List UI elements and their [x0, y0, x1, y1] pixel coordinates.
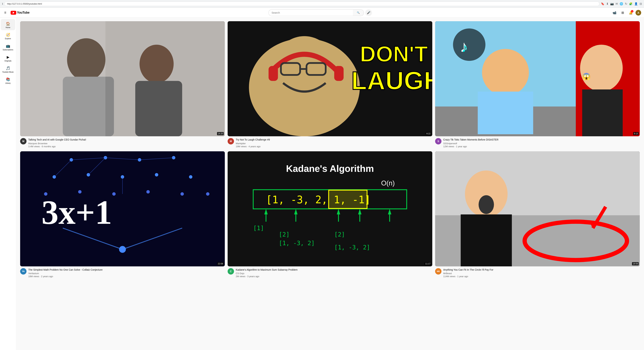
- sidebar-item-library[interactable]: 📚 Library: [1, 75, 15, 86]
- extension-icon[interactable]: 🧩: [629, 2, 632, 6]
- youtube-logo[interactable]: YouTube: [10, 11, 30, 15]
- svg-text:LAUGH: LAUGH: [351, 66, 432, 95]
- video-channel-5: CS Dojo: [236, 272, 432, 275]
- video-card-3[interactable]: ♪ ♪ 😱 9:13 S Crazy Tik Toks Taken Moment…: [435, 21, 640, 148]
- svg-text:♪: ♪: [462, 40, 468, 54]
- sidebar-item-home[interactable]: 🏠 Home: [1, 19, 15, 30]
- video-card-5[interactable]: Kadane's Algorithm O(n) [1, -3, 2, 1, -1…: [228, 151, 432, 278]
- notifications-button[interactable]: 🔔 1: [628, 9, 634, 16]
- search-icon: 🔍: [357, 11, 360, 14]
- sidebar-item-youtube-music[interactable]: 🎵 Youtube Music: [1, 64, 15, 75]
- header-left: ☰ YouTube: [3, 10, 30, 16]
- sidebar-label-originals: Originals: [4, 60, 11, 62]
- video-details-4: The Simplest Math Problem No One Can Sol…: [28, 268, 225, 278]
- header-center: 🔍 🎤: [32, 9, 608, 16]
- library-icon: 📚: [6, 77, 10, 82]
- svg-rect-78: [461, 214, 512, 266]
- address-bar[interactable]: http://127.0.0.1:5500/youtube.html: [4, 2, 600, 6]
- explore-icon: 🧭: [6, 33, 10, 37]
- video-channel-6: MrBeast: [443, 272, 640, 275]
- sidebar-item-originals[interactable]: ▶ Originals: [1, 52, 15, 64]
- header: ☰ YouTube 🔍 🎤 📹 ⊞: [0, 8, 644, 18]
- video-channel-3: SSSniperwolf: [443, 142, 640, 145]
- svg-point-37: [189, 175, 192, 178]
- video-meta-5: 2M views · 3 years ago: [236, 275, 432, 278]
- header-right: 📹 ⊞ 🔔 1 A: [611, 9, 641, 16]
- svg-rect-11: [334, 66, 344, 81]
- video-title-6: Anything You Can Fit In The Circle I'll …: [443, 268, 640, 271]
- video-meta-4: 18M views · 2 years ago: [28, 275, 225, 278]
- sidebar-item-explore[interactable]: 🧭 Explore: [1, 30, 15, 41]
- notification-badge: 1: [631, 10, 634, 12]
- video-title-3: Crazy Tik Toks Taken Moments Before DISA…: [443, 138, 640, 141]
- svg-point-9: [272, 36, 336, 104]
- originals-icon: ▶: [7, 55, 9, 59]
- svg-text:[1, -3, 2]: [1, -3, 2]: [334, 244, 370, 251]
- video-card-2[interactable]: DON'T LAUGH 8:22 M Try Not To Laugh Chal…: [228, 21, 432, 148]
- hamburger-button[interactable]: ☰: [3, 10, 8, 16]
- svg-rect-5: [135, 81, 182, 136]
- search-input[interactable]: [268, 9, 353, 16]
- sidebar-label-library: Library: [5, 82, 11, 84]
- svg-rect-10: [269, 66, 278, 81]
- sidebar-label-subscriptions: Subscriptions: [3, 49, 13, 51]
- video-details-1: Talking Tech and AI with Google CEO Sund…: [28, 138, 225, 148]
- svg-point-4: [140, 45, 174, 83]
- video-info-1: M Talking Tech and AI with Google CEO Su…: [20, 138, 225, 148]
- video-meta-3: 12M views · 1 year ago: [443, 145, 640, 148]
- video-duration-3: 9:13: [633, 132, 639, 135]
- svg-text:[2]: [2]: [334, 231, 345, 238]
- avatar[interactable]: A: [636, 10, 641, 16]
- apps-icon: ⊞: [622, 11, 624, 15]
- sync-icon[interactable]: ↻: [625, 2, 627, 6]
- sidebar-item-subscriptions[interactable]: 📺 Subscriptions: [1, 41, 15, 52]
- video-details-6: Anything You Can Fit In The Circle I'll …: [443, 268, 640, 278]
- search-button[interactable]: 🔍: [353, 9, 364, 16]
- mail-icon[interactable]: ✉: [616, 2, 618, 6]
- video-card-4[interactable]: 3x+1 22:09 Ve The Simplest Math Problem …: [20, 151, 225, 278]
- svg-text:[1, -3, 2]: [1, -3, 2]: [279, 240, 315, 246]
- video-thumbnail-4: 3x+1 22:09: [20, 151, 225, 266]
- sidebar-label-home: Home: [6, 26, 10, 28]
- hamburger-icon: ☰: [4, 11, 6, 14]
- camera-icon[interactable]: 📷: [610, 2, 614, 6]
- sidebar-label-music: Youtube Music: [2, 71, 14, 73]
- create-button[interactable]: 📹: [611, 9, 618, 16]
- apps-button[interactable]: ⊞: [619, 9, 626, 16]
- create-icon: 📹: [612, 11, 616, 15]
- bookmark-icon[interactable]: 🔖: [601, 2, 604, 6]
- sidebar-toggle-icon[interactable]: ⊟: [640, 2, 642, 6]
- video-thumbnail-3: ♪ ♪ 😱 9:13: [435, 21, 640, 136]
- svg-text:DON'T: DON'T: [360, 42, 428, 66]
- svg-rect-6: [20, 21, 106, 136]
- profile-icon[interactable]: 👤: [634, 2, 638, 6]
- video-thumbnail-6: 19:59: [435, 151, 640, 266]
- channel-avatar-4: Ve: [20, 268, 26, 274]
- video-card-1[interactable]: 14:20 M Talking Tech and AI with Google …: [20, 21, 225, 148]
- svg-point-22: [580, 45, 622, 92]
- svg-point-43: [206, 192, 210, 196]
- video-card-6[interactable]: 19:59 MB Anything You Can Fit In The Cir…: [435, 151, 640, 278]
- mic-icon: 🎤: [367, 11, 370, 14]
- youtube-app: ☰ YouTube 🔍 🎤 📹 ⊞: [0, 8, 644, 350]
- globe-icon[interactable]: 🌐: [620, 2, 623, 6]
- channel-avatar-6: MB: [435, 268, 442, 274]
- video-meta-1: 3.4M views · 6 months ago: [28, 145, 225, 148]
- mic-button[interactable]: 🎤: [365, 9, 372, 16]
- svg-point-39: [78, 190, 82, 194]
- content-area: 14:20 M Talking Tech and AI with Google …: [16, 18, 644, 350]
- svg-text:[1]: [1]: [253, 225, 264, 232]
- video-meta-2: 19M views · 4 years ago: [236, 145, 432, 148]
- video-duration-5: 11:17: [424, 262, 431, 265]
- sidebar: 🏠 Home 🧭 Explore 📺 Subscriptions ▶ Origi…: [0, 18, 16, 350]
- sidebar-label-explore: Explore: [5, 38, 11, 40]
- svg-rect-59: [329, 190, 367, 208]
- channel-avatar-3: S: [435, 138, 442, 144]
- download-icon[interactable]: ⬇: [606, 2, 608, 6]
- youtube-logo-text: YouTube: [17, 11, 30, 14]
- search-form: 🔍: [268, 9, 364, 16]
- video-info-2: M Try Not To Laugh Challenge #9 Markipli…: [228, 138, 432, 148]
- main-layout: 🏠 Home 🧭 Explore 📺 Subscriptions ▶ Origi…: [0, 18, 644, 350]
- video-grid: 14:20 M Talking Tech and AI with Google …: [20, 21, 640, 278]
- video-channel-2: Markiplier: [236, 142, 432, 145]
